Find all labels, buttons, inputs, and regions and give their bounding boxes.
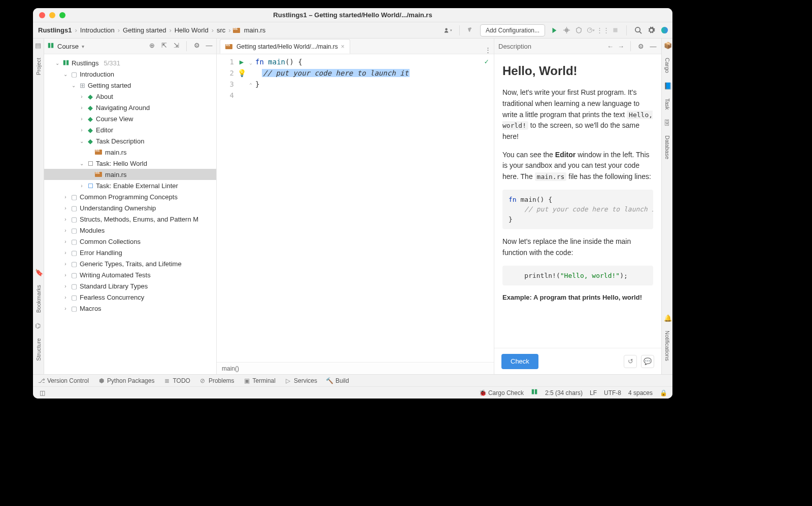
dropdown-chevron-icon[interactable]: ▾ [82, 44, 84, 49]
maximize-window-button[interactable] [59, 12, 65, 18]
database-tool-icon[interactable]: 🗄 [664, 119, 671, 126]
tree-section[interactable]: ›▢Modules [44, 225, 216, 236]
panel-hide-icon[interactable]: — [205, 41, 213, 49]
tree-section[interactable]: ›▢Common Collections [44, 236, 216, 247]
tree-section[interactable]: ›▢Generic Types, Traits, and Lifetime [44, 258, 216, 269]
project-tool-icon[interactable]: ▤ [35, 42, 42, 49]
python-packages-tab[interactable]: ⬢Python Packages [98, 377, 154, 384]
description-content[interactable]: Hello, World! Now, let's write your firs… [494, 54, 661, 348]
bookmarks-tool-icon[interactable]: 🔖 [35, 269, 42, 276]
search-icon[interactable] [634, 26, 642, 34]
tab-overflow-icon[interactable]: ⋮ [482, 46, 494, 54]
editor-breadcrumb[interactable]: main() [217, 362, 494, 374]
notifications-tool-tab[interactable]: Notifications [664, 329, 670, 363]
tree-section[interactable]: ⌄ ⊞ Getting started [44, 80, 216, 91]
cargo-check-status[interactable]: 🐞 Cargo Check [479, 389, 524, 396]
version-control-tab[interactable]: ⎇Version Control [38, 377, 89, 384]
structure-tool-icon[interactable]: ⌬ [35, 322, 42, 329]
tree-section[interactable]: ›▢Structs, Methods, Enums, and Pattern M [44, 213, 216, 225]
run-line-icon[interactable]: ▶ [240, 58, 244, 66]
build-tab[interactable]: 🔨Build [326, 377, 349, 384]
tree-lesson[interactable]: ›◆Navigating Around [44, 102, 216, 113]
course-tree[interactable]: ⌄ Rustlings 5/331 ⌄ ▢ Introduction ⌄ ⊞ G… [44, 54, 216, 374]
fold-icon[interactable]: ⌃ [249, 80, 254, 91]
tool-window-toggle-icon[interactable]: ◫ [38, 389, 46, 397]
close-window-button[interactable] [39, 12, 45, 18]
todo-tab[interactable]: ≣TODO [163, 377, 190, 384]
check-button[interactable]: Check [501, 354, 538, 369]
problems-tab[interactable]: ⊘Problems [199, 377, 234, 384]
coverage-icon[interactable] [574, 26, 583, 34]
expand-all-icon[interactable]: ⇱ [160, 41, 168, 49]
notifications-tool-icon[interactable]: 🔔 [664, 314, 671, 321]
code-editor[interactable]: ✓ 1234 ▶ 💡 ⌄fn main() { // put your code… [217, 54, 494, 362]
chevron-down-icon[interactable]: ⌄ [54, 60, 60, 66]
locate-icon[interactable]: ⊕ [148, 41, 156, 49]
tree-section[interactable]: ›▢Common Programming Concepts [44, 191, 216, 202]
panel-title-label[interactable]: Course [57, 43, 79, 50]
breadcrumb-item[interactable]: Introduction [79, 26, 116, 34]
prev-task-icon[interactable]: ← [607, 43, 614, 50]
fold-icon[interactable]: ⌄ [249, 57, 254, 68]
chevron-down-icon[interactable]: ⌄ [62, 71, 69, 77]
structure-tool-tab[interactable]: Structure [36, 336, 42, 363]
chevron-right-icon[interactable]: › [79, 94, 85, 99]
user-icon[interactable]: ▾ [444, 26, 452, 34]
run-config-dropdown[interactable]: Add Configuration... [480, 24, 545, 37]
line-ending[interactable]: LF [590, 389, 597, 396]
task-tool-icon[interactable]: 📘 [664, 82, 671, 89]
tree-file[interactable]: main.rs [44, 147, 216, 158]
editor-tab[interactable]: Getting started/Hello World/.../main.rs … [220, 39, 350, 54]
tree-lesson[interactable]: ⌄◆Task Description [44, 135, 216, 147]
tree-section[interactable]: ⌄ ▢ Introduction [44, 68, 216, 80]
reset-task-icon[interactable]: ↺ [624, 355, 637, 368]
tree-section[interactable]: ›▢Standard Library Types [44, 280, 216, 292]
tree-root[interactable]: ⌄ Rustlings 5/331 [44, 57, 216, 68]
encoding[interactable]: UTF-8 [604, 389, 621, 396]
readonly-lock-icon[interactable]: 🔒 [660, 389, 667, 396]
tree-lesson[interactable]: ›◆Editor [44, 124, 216, 135]
breadcrumb-item[interactable]: Hello World [174, 26, 210, 34]
cargo-tool-icon[interactable]: 📦 [664, 42, 671, 49]
bookmarks-tool-tab[interactable]: Bookmarks [36, 283, 42, 315]
panel-settings-icon[interactable]: ⚙ [193, 41, 201, 49]
run-icon[interactable] [550, 26, 558, 34]
breadcrumb-item[interactable]: Rustlings1 [37, 26, 73, 34]
chevron-down-icon[interactable]: ⌄ [79, 138, 85, 144]
breadcrumb-item[interactable]: Getting started [122, 26, 167, 34]
chevron-down-icon[interactable]: ⌄ [79, 161, 85, 166]
comment-icon[interactable]: 💬 [641, 355, 654, 368]
breadcrumb-item[interactable]: main.rs [243, 26, 267, 34]
settings-gear-icon[interactable] [647, 26, 655, 34]
jetbrains-ai-icon[interactable] [660, 26, 668, 34]
tree-task[interactable]: ›Task: Enable External Linter [44, 180, 216, 191]
tree-task[interactable]: ⌄Task: Hello World [44, 158, 216, 169]
intention-bulb-icon[interactable]: 💡 [238, 69, 246, 77]
tree-section[interactable]: ›▢Macros [44, 303, 216, 314]
caret-position[interactable]: 2:5 (34 chars) [545, 389, 583, 396]
hammer-build-icon[interactable] [467, 26, 475, 34]
panel-settings-icon[interactable]: ⚙ [637, 42, 645, 50]
tree-section[interactable]: ›▢Fearless Concurrency [44, 292, 216, 303]
profile-icon[interactable]: ▾ [587, 26, 595, 34]
cargo-tool-tab[interactable]: Cargo [664, 56, 670, 75]
project-tool-tab[interactable]: Project [36, 56, 42, 77]
panel-hide-icon[interactable]: — [649, 42, 657, 50]
database-tool-tab[interactable]: Database [664, 133, 670, 161]
breadcrumb-item[interactable]: src [216, 26, 226, 34]
task-tool-tab[interactable]: Task [664, 96, 670, 112]
attach-icon[interactable]: ⋮⋮ [599, 26, 607, 34]
code-area[interactable]: ⌄fn main() { // put your code here to la… [246, 54, 494, 362]
close-tab-icon[interactable]: × [341, 43, 345, 50]
tree-section[interactable]: ›▢Writing Automated Tests [44, 269, 216, 280]
course-status-icon[interactable] [531, 388, 538, 397]
tree-section[interactable]: ›▢Understanding Ownership [44, 202, 216, 213]
services-tab[interactable]: ▷Services [285, 377, 317, 384]
tree-file-selected[interactable]: main.rs [44, 169, 216, 180]
debug-icon[interactable] [562, 26, 570, 34]
tree-lesson[interactable]: ›◆About [44, 91, 216, 102]
chevron-down-icon[interactable]: ⌄ [71, 83, 77, 88]
tree-section[interactable]: ›▢Error Handling [44, 247, 216, 258]
minimize-window-button[interactable] [49, 12, 55, 18]
tree-lesson[interactable]: ›◆Course View [44, 113, 216, 124]
